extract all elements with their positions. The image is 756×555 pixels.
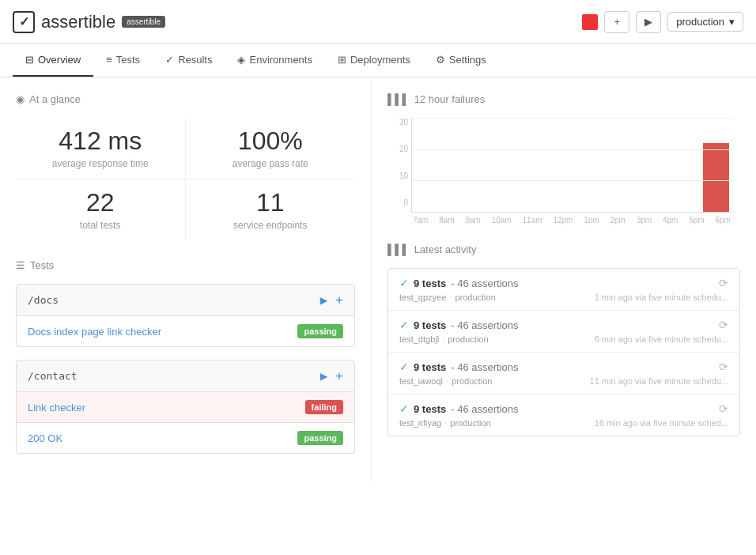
check-icon: ✓ — [399, 361, 409, 373]
refresh-icon: ⟳ — [719, 319, 728, 331]
test-link-link-checker[interactable]: Link checker — [28, 402, 305, 413]
gridline-30 — [412, 118, 732, 119]
env-label: production — [676, 16, 724, 28]
environment-dropdown[interactable]: production ▾ — [667, 12, 743, 32]
y-label-20: 20 — [389, 145, 408, 153]
tests-icon: ☰ — [16, 259, 25, 271]
nav-tabs: ⊟ Overview ≡ Tests ✓ Results ◈ Environme… — [0, 44, 756, 77]
activity-time: 6 min ago via five minute schedu... — [595, 334, 728, 344]
activity-assertions: - 46 assertions — [451, 319, 518, 331]
activity-row2: test_qpzyee · production 1 min ago via f… — [399, 293, 728, 302]
activity-row1: ✓ 9 tests - 46 assertions ⟳ — [399, 319, 728, 331]
tests-section: ☰ Tests /docs ▶ + Docs index page link c… — [16, 259, 355, 454]
test-group-docs: /docs ▶ + Docs index page link checker p… — [16, 284, 355, 347]
results-icon: ✓ — [165, 54, 174, 66]
tab-settings-label: Settings — [449, 54, 486, 66]
x-label-4pm: 4pm — [663, 216, 678, 225]
tab-tests-label: Tests — [116, 54, 140, 66]
activity-section: ▌▌▌ Latest activity ✓ 9 tests - 46 asser… — [387, 244, 740, 436]
x-label-12pm: 12pm — [553, 216, 573, 225]
x-axis-labels: 7am 8am 9am 10am 11am 12pm 1pm 2pm 3pm 4… — [411, 216, 732, 225]
gridline-20 — [412, 149, 732, 150]
y-label-0: 0 — [389, 198, 408, 207]
tab-deployments[interactable]: ⊞ Deployments — [325, 44, 423, 77]
activity-env: production — [450, 418, 490, 428]
activity-list: ✓ 9 tests - 46 assertions ⟳ test_qpzyee … — [387, 268, 740, 436]
tab-overview-label: Overview — [38, 54, 81, 66]
settings-icon: ⚙ — [436, 54, 445, 66]
activity-tests-count: 9 tests — [414, 278, 446, 289]
group-header-docs: /docs ▶ + — [16, 284, 355, 316]
add-button[interactable]: + — [604, 11, 629, 33]
add-group-contact-button[interactable]: + — [335, 368, 343, 383]
list-item: ✓ 9 tests - 46 assertions ⟳ test_iawoql … — [388, 353, 739, 395]
app-name: assertible — [41, 12, 115, 32]
activity-assertions: - 46 assertions — [451, 361, 518, 373]
activity-tests-count: 9 tests — [414, 319, 446, 331]
test-group-contact: /contact ▶ + Link checker failing 200 OK… — [16, 360, 355, 454]
activity-row1: ✓ 9 tests - 46 assertions ⟳ — [399, 277, 728, 289]
activity-test-id: test_qpzyee — [399, 293, 446, 302]
stat-total-tests: 22 total tests — [16, 179, 186, 240]
total-tests-label: total tests — [28, 220, 172, 231]
list-item: 200 OK passing — [16, 423, 355, 454]
overview-icon: ⊟ — [25, 54, 34, 66]
run-group-contact-button[interactable]: ▶ — [320, 368, 328, 383]
activity-time: 16 min ago via five minute sched... — [595, 418, 728, 428]
activity-env: production — [452, 376, 492, 386]
tab-overview[interactable]: ⊟ Overview — [13, 44, 93, 77]
list-item: ✓ 9 tests - 46 assertions ⟳ test_nfiyag … — [388, 395, 739, 436]
x-label-11am: 11am — [523, 216, 542, 225]
activity-env: production — [448, 334, 488, 344]
check-icon: ✓ — [399, 277, 409, 289]
tab-environments[interactable]: ◈ Environments — [225, 44, 324, 77]
header-controls: + ▶ production ▾ — [582, 11, 743, 33]
logo-badge: assertible — [122, 16, 165, 28]
activity-test-id: test_dtgbjl — [399, 334, 439, 344]
add-group-docs-button[interactable]: + — [335, 293, 343, 308]
activity-row1: ✓ 9 tests - 46 assertions ⟳ — [399, 402, 728, 415]
endpoints-label: service endpoints — [198, 220, 343, 231]
tab-tests[interactable]: ≡ Tests — [93, 44, 153, 77]
chart-icon: ▌▌▌ — [387, 93, 410, 105]
stat-endpoints: 11 service endpoints — [186, 179, 356, 240]
refresh-icon: ⟳ — [719, 361, 728, 373]
activity-time: 1 min ago via five minute schedu... — [595, 293, 728, 302]
group-header-contact: /contact ▶ + — [16, 360, 355, 392]
activity-row2: test_nfiyag · production 16 min ago via … — [399, 418, 728, 428]
activity-test-id: test_iawoql — [399, 376, 443, 386]
tests-icon: ≡ — [106, 54, 112, 66]
main-content: ◉ At a glance 412 ms average response ti… — [0, 77, 756, 482]
tab-results[interactable]: ✓ Results — [153, 44, 225, 77]
group-name-docs: /docs — [28, 294, 59, 306]
run-group-docs-button[interactable]: ▶ — [320, 293, 328, 308]
group-controls-contact: ▶ + — [320, 368, 343, 383]
environments-icon: ◈ — [237, 54, 245, 66]
activity-tests-count: 9 tests — [414, 403, 446, 415]
status-badge: failing — [305, 400, 343, 414]
y-label-10: 10 — [389, 172, 408, 180]
total-tests-value: 22 — [28, 189, 172, 217]
list-item: ✓ 9 tests - 46 assertions ⟳ test_dtgbjl … — [388, 311, 739, 353]
x-label-6pm: 6pm — [715, 216, 730, 225]
activity-env: production — [455, 293, 495, 302]
play-button[interactable]: ▶ — [636, 11, 661, 33]
test-link-200ok[interactable]: 200 OK — [28, 432, 297, 444]
stat-response-time: 412 ms average response time — [16, 118, 186, 179]
deployments-icon: ⊞ — [338, 54, 346, 66]
check-icon: ✓ — [399, 402, 409, 415]
bar-6pm — [703, 143, 729, 212]
stop-button[interactable] — [582, 14, 598, 30]
chart-container: 30 20 10 0 — [387, 118, 740, 225]
y-label-30: 30 — [389, 118, 408, 126]
activity-test-id: test_nfiyag — [399, 418, 441, 428]
tests-section-title: ☰ Tests — [16, 259, 355, 271]
test-link-docs-index[interactable]: Docs index page link checker — [28, 326, 297, 338]
tab-settings[interactable]: ⚙ Settings — [423, 44, 499, 77]
status-badge: passing — [297, 324, 343, 338]
pass-rate-label: average pass rate — [198, 158, 343, 169]
activity-icon: ▌▌▌ — [387, 244, 410, 255]
refresh-icon: ⟳ — [719, 402, 728, 415]
x-label-3pm: 3pm — [637, 216, 652, 225]
right-panel: ▌▌▌ 12 hour failures 30 20 10 0 — [372, 77, 756, 482]
